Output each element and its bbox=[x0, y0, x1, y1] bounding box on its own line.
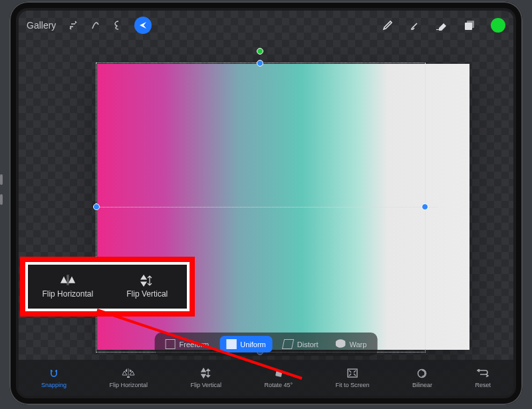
interpolation-icon bbox=[417, 367, 427, 379]
callout-label: Flip Vertical bbox=[126, 289, 168, 299]
flip-vertical-icon bbox=[140, 275, 154, 287]
snapping-button[interactable]: Snapping bbox=[39, 367, 69, 388]
mode-label: Distort bbox=[297, 341, 319, 348]
bilinear-button[interactable]: Bilinear bbox=[410, 367, 435, 388]
svg-rect-2 bbox=[275, 370, 283, 377]
fit-screen-icon bbox=[347, 367, 358, 379]
selection-handle-top[interactable] bbox=[257, 60, 263, 67]
warp-icon bbox=[336, 339, 346, 349]
flip-vertical-icon bbox=[201, 367, 211, 379]
selection-handle-right[interactable] bbox=[422, 204, 428, 210]
adjustments-icon[interactable] bbox=[90, 20, 101, 31]
gallery-button[interactable]: Gallery bbox=[27, 20, 56, 31]
reset-button[interactable]: Reset bbox=[472, 367, 493, 388]
mode-label: Freeform bbox=[180, 341, 209, 348]
action-label: Reset bbox=[475, 382, 491, 388]
reset-icon bbox=[477, 367, 489, 379]
mode-freeform-button[interactable]: Freeform bbox=[159, 336, 216, 352]
flip-vertical-button[interactable]: Flip Vertical bbox=[188, 367, 224, 388]
top-toolbar: Gallery bbox=[19, 11, 513, 40]
device-bezel: Gallery bbox=[9, 1, 523, 405]
selection-handle-left[interactable] bbox=[93, 204, 100, 210]
action-label: Rotate 45° bbox=[264, 382, 293, 388]
transform-action-bar: Snapping Flip Horizontal Flip Vertical R… bbox=[19, 360, 513, 396]
mode-distort-button[interactable]: Distort bbox=[277, 336, 325, 352]
action-label: Snapping bbox=[41, 382, 66, 388]
annotation-callout: Flip Horizontal Flip Vertical bbox=[20, 257, 195, 317]
flip-horizontal-button[interactable]: Flip Horizontal bbox=[106, 367, 150, 388]
fit-to-screen-button[interactable]: Fit to Screen bbox=[333, 367, 372, 388]
rotate-icon bbox=[274, 367, 283, 379]
flip-horizontal-icon bbox=[60, 275, 76, 287]
callout-flip-v: Flip Vertical bbox=[108, 275, 188, 299]
smudge-icon[interactable] bbox=[408, 19, 420, 31]
rotation-handle[interactable] bbox=[257, 48, 263, 55]
action-label: Fit to Screen bbox=[336, 382, 370, 388]
mode-uniform-button[interactable]: Uniform bbox=[219, 336, 273, 352]
device-button bbox=[0, 194, 3, 205]
rotate-45-button[interactable]: Rotate 45° bbox=[261, 367, 295, 388]
device-button bbox=[0, 174, 3, 185]
action-label: Flip Horizontal bbox=[109, 382, 148, 388]
svg-rect-3 bbox=[348, 369, 357, 377]
svg-rect-1 bbox=[465, 23, 472, 30]
mode-label: Uniform bbox=[240, 341, 266, 348]
distort-icon bbox=[282, 339, 294, 349]
layers-icon[interactable] bbox=[463, 19, 476, 31]
mode-warp-button[interactable]: Warp bbox=[329, 336, 374, 352]
actions-icon[interactable] bbox=[68, 20, 78, 31]
uniform-icon bbox=[226, 339, 236, 349]
callout-label: Flip Horizontal bbox=[42, 289, 93, 299]
freeform-icon bbox=[166, 339, 176, 349]
magnet-icon bbox=[49, 367, 59, 379]
selection-midline bbox=[96, 207, 438, 207]
selection-icon[interactable] bbox=[113, 20, 122, 31]
transform-mode-bar: Freeform Uniform Distort Warp bbox=[155, 333, 378, 356]
color-swatch[interactable] bbox=[491, 18, 505, 33]
brush-icon[interactable] bbox=[382, 19, 394, 31]
flip-horizontal-icon bbox=[122, 367, 135, 379]
action-label: Flip Vertical bbox=[190, 382, 221, 388]
eraser-icon[interactable] bbox=[435, 20, 448, 31]
callout-flip-h: Flip Horizontal bbox=[28, 275, 108, 299]
transform-icon[interactable] bbox=[134, 17, 152, 34]
action-label: Bilinear bbox=[412, 382, 432, 388]
mode-label: Warp bbox=[350, 341, 367, 348]
app-screen: Gallery bbox=[19, 11, 513, 396]
